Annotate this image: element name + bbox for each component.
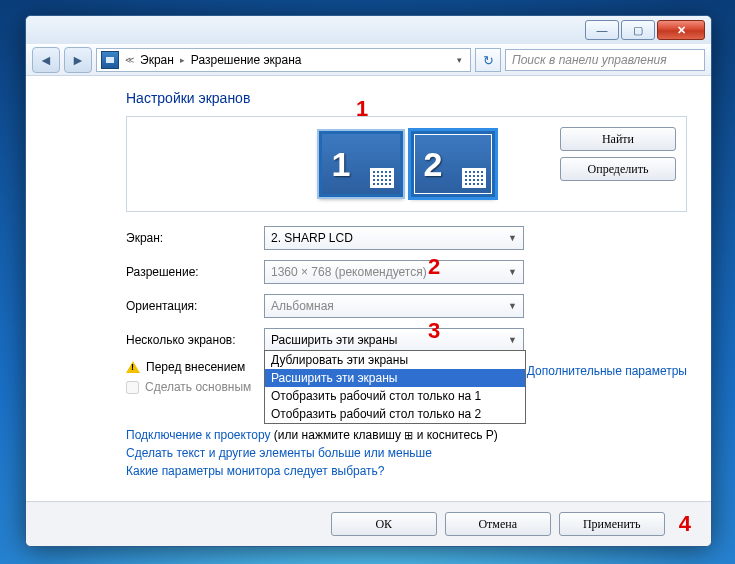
monitor-grid-icon — [370, 168, 394, 188]
which-monitor-link[interactable]: Какие параметры монитора следует выбрать… — [126, 464, 687, 478]
multi-display-value: Расширить эти экраны — [271, 333, 397, 347]
multi-display-label: Несколько экранов: — [126, 333, 256, 347]
navigation-bar: ◄ ► ≪ Экран ▸ Разрешение экрана ▾ ↻ Поис… — [26, 44, 711, 76]
warning-text-before: Перед внесением — [146, 360, 245, 374]
nav-forward-button[interactable]: ► — [64, 47, 92, 73]
orientation-combo[interactable]: Альбомная ▼ — [264, 294, 524, 318]
chevron-down-icon: ▼ — [508, 301, 517, 311]
monitor-arrangement[interactable]: 1 2 Найти Определить — [126, 116, 687, 212]
monitor-2[interactable]: 2 — [411, 131, 495, 197]
advanced-settings-link[interactable]: Дополнительные параметры — [527, 364, 687, 378]
dropdown-opt-extend[interactable]: Расширить эти экраны — [265, 369, 525, 387]
annotation-1: 1 — [356, 96, 368, 122]
multi-display-dropdown: Дублировать эти экраны Расширить эти экр… — [264, 350, 526, 424]
warning-icon — [126, 361, 140, 373]
dropdown-opt-only2[interactable]: Отобразить рабочий стол только на 2 — [265, 405, 525, 423]
crumb-resolution[interactable]: Разрешение экрана — [191, 53, 302, 67]
resolution-label: Разрешение: — [126, 265, 256, 279]
settings-form: Экран: 2. SHARP LCD ▼ Разрешение: 1360 ×… — [126, 226, 687, 352]
window-frame: — ▢ ✕ ◄ ► ≪ Экран ▸ Разрешение экрана ▾ … — [25, 15, 712, 547]
monitor-grid-icon — [462, 168, 486, 188]
screen-label: Экран: — [126, 231, 256, 245]
monitor-2-number: 2 — [424, 145, 443, 184]
projector-hint-a: (или нажмите клавишу — [274, 428, 401, 442]
refresh-button[interactable]: ↻ — [475, 48, 501, 72]
text-size-link[interactable]: Сделать текст и другие элементы больше и… — [126, 446, 687, 460]
chevron-right-icon: ≪ — [125, 55, 134, 65]
chevron-down-icon: ▼ — [508, 233, 517, 243]
orientation-value: Альбомная — [271, 299, 334, 313]
nav-back-button[interactable]: ◄ — [32, 47, 60, 73]
titlebar: — ▢ ✕ — [26, 16, 711, 44]
monitor-1-number: 1 — [332, 145, 351, 184]
monitor-1[interactable]: 1 — [319, 131, 403, 197]
page-title: Настройки экранов — [126, 90, 687, 106]
chevron-right-icon: ▸ — [180, 55, 185, 65]
chevron-down-icon: ▼ — [508, 267, 517, 277]
address-dropdown-icon[interactable]: ▾ — [453, 55, 466, 65]
cancel-button[interactable]: Отмена — [445, 512, 551, 536]
multi-display-combo[interactable]: Расширить эти экраны ▼ Дублировать эти э… — [264, 328, 524, 352]
annotation-3: 3 — [428, 318, 440, 344]
make-primary-checkbox[interactable] — [126, 381, 139, 394]
find-button[interactable]: Найти — [560, 127, 676, 151]
maximize-button[interactable]: ▢ — [621, 20, 655, 40]
identify-button[interactable]: Определить — [560, 157, 676, 181]
screen-value: 2. SHARP LCD — [271, 231, 353, 245]
search-input[interactable]: Поиск в панели управления — [505, 49, 705, 71]
close-button[interactable]: ✕ — [657, 20, 705, 40]
ok-button[interactable]: ОК — [331, 512, 437, 536]
breadcrumb-address[interactable]: ≪ Экран ▸ Разрешение экрана ▾ — [96, 48, 471, 72]
orientation-label: Ориентация: — [126, 299, 256, 313]
dropdown-opt-duplicate[interactable]: Дублировать эти экраны — [265, 351, 525, 369]
dropdown-opt-only1[interactable]: Отобразить рабочий стол только на 1 — [265, 387, 525, 405]
windows-key-icon: ⊞ — [404, 429, 413, 441]
projector-hint-b: и коснитесь P) — [417, 428, 498, 442]
projector-link[interactable]: Подключение к проектору — [126, 428, 271, 442]
minimize-button[interactable]: — — [585, 20, 619, 40]
resolution-value: 1360 × 768 (рекомендуется) — [271, 265, 427, 279]
apply-button[interactable]: Применить — [559, 512, 665, 536]
screen-combo[interactable]: 2. SHARP LCD ▼ — [264, 226, 524, 250]
crumb-screen[interactable]: Экран — [140, 53, 174, 67]
content-area: Настройки экранов 1 2 Найти Определить 1… — [26, 76, 711, 502]
control-panel-icon — [101, 51, 119, 69]
annotation-2: 2 — [428, 254, 440, 280]
resolution-combo[interactable]: 1360 × 768 (рекомендуется) ▼ — [264, 260, 524, 284]
make-primary-label: Сделать основным — [145, 380, 251, 394]
chevron-down-icon: ▼ — [508, 335, 517, 345]
dialog-footer: ОК Отмена Применить 4 — [26, 501, 711, 546]
annotation-4: 4 — [679, 511, 691, 537]
